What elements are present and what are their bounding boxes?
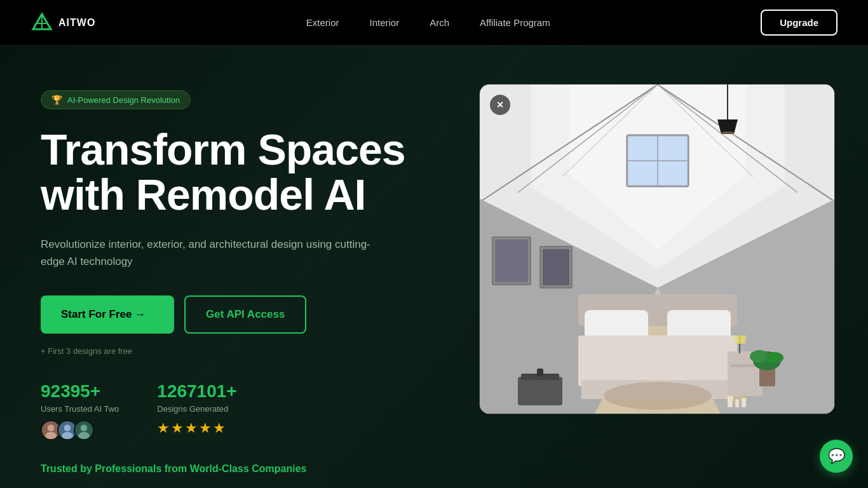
svg-rect-53 bbox=[518, 377, 562, 405]
hero-subtitle: Revolutionize interior, exterior, and ar… bbox=[41, 236, 384, 270]
upgrade-button[interactable]: Upgrade bbox=[761, 10, 837, 36]
stars: ★★★★★ bbox=[157, 420, 236, 437]
nav-links: Exterior Interior Arch Affiliate Program bbox=[306, 17, 550, 29]
hero-image-card: ✕ bbox=[479, 84, 835, 414]
hero-title-line2: with Remodel AI bbox=[41, 170, 365, 219]
svg-marker-43 bbox=[734, 336, 747, 344]
chat-icon: 💬 bbox=[828, 448, 845, 464]
svg-point-8 bbox=[78, 432, 90, 440]
api-access-button[interactable]: Get API Access bbox=[184, 295, 306, 334]
badge-icon: 🏆 bbox=[51, 95, 62, 105]
start-free-button[interactable]: Start For Free → bbox=[41, 295, 174, 334]
svg-point-7 bbox=[81, 424, 88, 431]
hero-title: Transform Spaces with Remodel AI bbox=[41, 127, 454, 218]
svg-point-30 bbox=[718, 132, 737, 137]
stat-users-number: 92395+ bbox=[41, 381, 119, 402]
svg-rect-34 bbox=[543, 249, 569, 285]
chat-bubble[interactable]: 💬 bbox=[820, 440, 853, 473]
badge-text: AI-Powered Design Revolution bbox=[67, 95, 180, 105]
logo[interactable]: AITWO bbox=[31, 11, 95, 34]
hero-right: ✕ bbox=[479, 84, 835, 414]
nav-exterior[interactable]: Exterior bbox=[306, 17, 339, 28]
stat-designs-number: 1267101+ bbox=[157, 381, 236, 402]
free-note: + First 3 designs are free bbox=[41, 346, 454, 356]
room-image bbox=[480, 85, 835, 414]
image-close-button[interactable]: ✕ bbox=[490, 95, 510, 115]
logo-text: AITWO bbox=[58, 17, 95, 29]
stat-designs-label: Designs Generated bbox=[157, 404, 236, 414]
svg-point-4 bbox=[45, 432, 57, 440]
avatar-3-icon bbox=[75, 420, 93, 440]
svg-point-52 bbox=[604, 382, 712, 410]
logo-icon bbox=[31, 11, 53, 34]
svg-point-51 bbox=[725, 395, 748, 402]
hero-title-line1: Transform Spaces bbox=[41, 125, 405, 173]
svg-point-5 bbox=[64, 424, 71, 431]
avatar-3 bbox=[74, 420, 94, 440]
nav-interior[interactable]: Interior bbox=[370, 17, 400, 28]
hero-section: 🏆 AI-Powered Design Revolution Transform… bbox=[0, 46, 868, 488]
nav-arch[interactable]: Arch bbox=[430, 17, 449, 28]
stat-users-label: Users Trusted AI Two bbox=[41, 404, 119, 414]
svg-rect-27 bbox=[627, 135, 688, 186]
trusted-text: Trusted by Professionals from World-Clas… bbox=[41, 463, 454, 475]
cta-buttons: Start For Free → Get API Access bbox=[41, 295, 454, 334]
avatar-row bbox=[41, 420, 119, 440]
stats-row: 92395+ Users Trusted AI Two bbox=[41, 381, 454, 440]
hero-left: 🏆 AI-Powered Design Revolution Transform… bbox=[41, 84, 454, 475]
svg-point-3 bbox=[48, 424, 55, 431]
svg-rect-32 bbox=[495, 240, 528, 282]
nav-affiliate[interactable]: Affiliate Program bbox=[480, 17, 550, 28]
navbar: AITWO Exterior Interior Arch Affiliate P… bbox=[0, 0, 868, 46]
stat-designs: 1267101+ Designs Generated ★★★★★ bbox=[157, 381, 236, 440]
close-icon: ✕ bbox=[496, 100, 504, 110]
svg-rect-38 bbox=[578, 336, 737, 386]
svg-point-6 bbox=[62, 432, 73, 440]
ai-badge: 🏆 AI-Powered Design Revolution bbox=[41, 90, 191, 109]
svg-point-47 bbox=[766, 352, 783, 363]
svg-rect-55 bbox=[537, 369, 543, 376]
stat-users: 92395+ Users Trusted AI Two bbox=[41, 381, 119, 440]
